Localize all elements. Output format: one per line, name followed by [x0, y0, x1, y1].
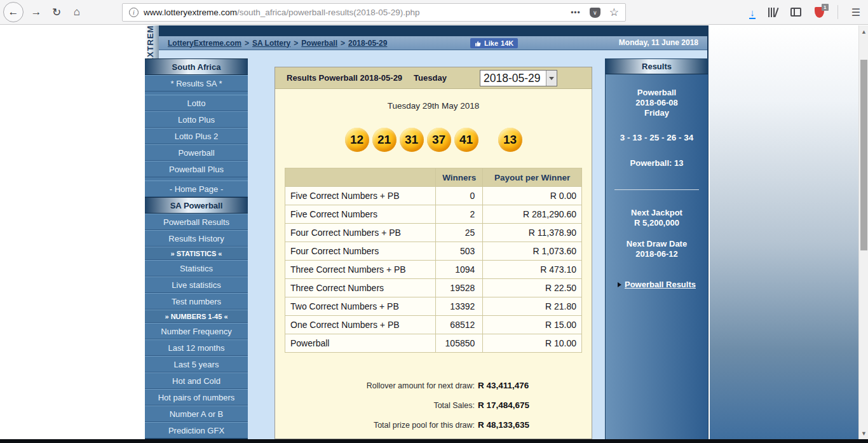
facebook-like-button[interactable]: Like 14K: [470, 38, 518, 48]
adblock-shield-icon[interactable]: 1: [815, 7, 824, 18]
menu-item-test-numbers[interactable]: Test numbers: [145, 293, 248, 310]
scrollbar-thumb[interactable]: [860, 60, 867, 250]
back-icon[interactable]: ←: [3, 2, 24, 22]
results-panel: Results Powerball 2018-06-08 Friday 3 - …: [605, 58, 709, 443]
prize-tier: One Correct Numbers + PB: [285, 316, 436, 334]
winners-count: 13392: [436, 297, 483, 316]
table-row: Three Correct Numbers + PB1094R 473.10: [285, 261, 582, 279]
winners-count: 2: [436, 205, 483, 224]
menu-item-statistics[interactable]: Statistics: [145, 260, 248, 276]
winning-numbers: 12 21 31 37 41 13: [275, 128, 592, 152]
library-icon[interactable]: [768, 8, 777, 17]
like-label: Like: [484, 39, 498, 47]
payout-amount: R 15.00: [483, 316, 582, 334]
menu-item-last-5-years[interactable]: Last 5 years: [145, 356, 248, 372]
menu-item-powerball-plus[interactable]: Powerball Plus: [145, 161, 248, 177]
payout-amount: R 22.50: [483, 279, 582, 297]
stat-total-sales: Total Sales: R 17,484,675: [275, 400, 592, 410]
chevron-down-icon[interactable]: [546, 71, 557, 86]
menu-item-powerball-results[interactable]: Powerball Results: [145, 214, 248, 230]
menu-item-number-frequency[interactable]: Number Frequency: [145, 323, 248, 339]
powerball-results-link-label: Powerball Results: [625, 280, 696, 289]
lotto-ball: 37: [427, 128, 451, 152]
menu-item-home-page[interactable]: - Home Page -: [145, 181, 248, 197]
vertical-scrollbar[interactable]: ▲ ▼: [858, 25, 868, 443]
draw-day: Tuesday: [414, 73, 447, 83]
table-row: Five Correct Numbers2R 281,290.60: [285, 205, 582, 224]
bookmark-star-icon[interactable]: ☆: [609, 6, 619, 19]
menu-header-sa-powerball: SA Powerball: [145, 197, 248, 214]
lotto-ball: 31: [400, 128, 424, 152]
page-actions-icon[interactable]: •••: [571, 8, 581, 17]
left-menu: South Africa * Results SA * Lotto Lotto …: [145, 58, 248, 443]
payout-amount: R 10.00: [483, 334, 582, 353]
prize-tier: Four Correct Numbers + PB: [285, 224, 436, 242]
latest-draw-day: Friday: [606, 108, 708, 118]
breadcrumb-date-link[interactable]: 2018-05-29: [348, 39, 387, 48]
breadcrumb-separator: >: [294, 39, 298, 48]
pocket-icon[interactable]: ∨: [590, 8, 600, 18]
menu-item-number-a-or-b[interactable]: Number A or B: [145, 406, 248, 422]
sidebar-toggle-icon[interactable]: [790, 8, 801, 17]
menu-item-lotto-plus-2[interactable]: Lotto Plus 2: [145, 128, 248, 144]
home-icon[interactable]: ⌂: [67, 3, 86, 22]
scroll-up-icon[interactable]: ▲: [859, 27, 868, 36]
menu-label-numbers-1-45: » NUMBERS 1-45 «: [145, 310, 248, 323]
menu-item-results-sa[interactable]: * Results SA *: [145, 75, 248, 92]
header-winners: Winners: [436, 168, 483, 187]
breadcrumb-powerball-link[interactable]: Powerball: [301, 39, 337, 48]
stat-label: Total prize pool for this draw:: [287, 421, 478, 430]
breadcrumb: LotteryExtreme.com > SA Lottery > Powerb…: [159, 39, 387, 48]
breadcrumb-sa-lottery-link[interactable]: SA Lottery: [252, 39, 290, 48]
prize-tier: Four Correct Numbers: [285, 242, 436, 261]
url-bar[interactable]: i www.lotteryextreme.com/south_africa/po…: [122, 3, 626, 22]
like-count: 14K: [501, 39, 513, 47]
lotto-ball: 21: [372, 128, 397, 152]
table-row: Four Correct Numbers + PB25R 11,378.90: [285, 224, 582, 242]
menu-item-lotto[interactable]: Lotto: [145, 95, 248, 111]
payout-amount: R 11,378.90: [483, 224, 582, 242]
url-path: /south_africa/powerball-results(2018-05-…: [237, 8, 419, 17]
payout-amount: R 0.00: [483, 187, 582, 205]
winners-count: 25: [436, 224, 483, 242]
url-text[interactable]: www.lotteryextreme.com/south_africa/powe…: [144, 8, 571, 17]
stat-label: Total Sales:: [287, 401, 478, 410]
next-draw-value: 2018-06-12: [606, 249, 708, 259]
date-select[interactable]: 2018-05-29: [480, 70, 557, 86]
downloads-icon[interactable]: ↓: [750, 7, 755, 18]
browser-toolbar: ← → ↻ ⌂ i www.lotteryextreme.com/south_a…: [0, 0, 868, 25]
draw-stats: Rollover amount for next draw: R 43,411,…: [275, 381, 592, 443]
page-title: Results Powerball 2018-05-29: [287, 73, 402, 83]
next-jackpot-value: R 5,200,000: [606, 218, 708, 228]
menu-item-last-12-months[interactable]: Last 12 months: [145, 339, 248, 356]
stat-value: R 43,411,476: [478, 381, 580, 390]
payout-amount: R 21.80: [483, 297, 582, 316]
prize-tier: Two Correct Numbers + PB: [285, 297, 436, 316]
header-category: [285, 168, 436, 187]
menu-item-prediction-gfx[interactable]: Prediction GFX: [145, 422, 248, 439]
prize-tier: Three Correct Numbers + PB: [285, 261, 436, 279]
table-row: Five Correct Numbers + PB0R 0.00: [285, 187, 582, 205]
next-draw-label: Next Draw Date: [606, 239, 708, 249]
next-jackpot-label: Next Jackpot: [606, 208, 708, 218]
reload-icon[interactable]: ↻: [47, 3, 66, 22]
forward-icon[interactable]: →: [27, 3, 46, 22]
table-row: Two Correct Numbers + PB13392R 21.80: [285, 297, 582, 316]
menu-item-hot-pairs[interactable]: Hot pairs of numbers: [145, 389, 248, 406]
menu-header-south-africa: South Africa: [145, 58, 248, 75]
scroll-down-icon[interactable]: ▼: [859, 428, 868, 438]
latest-game: Powerball: [606, 88, 708, 98]
winners-count: 68512: [436, 316, 483, 334]
prize-tier: Three Correct Numbers: [285, 279, 436, 297]
winners-count: 1094: [436, 261, 483, 279]
menu-item-powerball[interactable]: Powerball: [145, 144, 248, 161]
site-info-icon[interactable]: i: [129, 8, 139, 17]
menu-item-hot-and-cold[interactable]: Hot and Cold: [145, 372, 248, 389]
menu-item-lotto-plus[interactable]: Lotto Plus: [145, 111, 248, 128]
menu-item-live-statistics[interactable]: Live statistics: [145, 276, 248, 293]
powerball-results-link[interactable]: Powerball Results: [606, 280, 708, 289]
menu-item-results-history[interactable]: Results History: [145, 230, 248, 247]
hamburger-menu-icon[interactable]: ☰: [851, 6, 860, 18]
breadcrumb-home-link[interactable]: LotteryExtreme.com: [168, 39, 241, 48]
winners-count: 19528: [436, 279, 483, 297]
